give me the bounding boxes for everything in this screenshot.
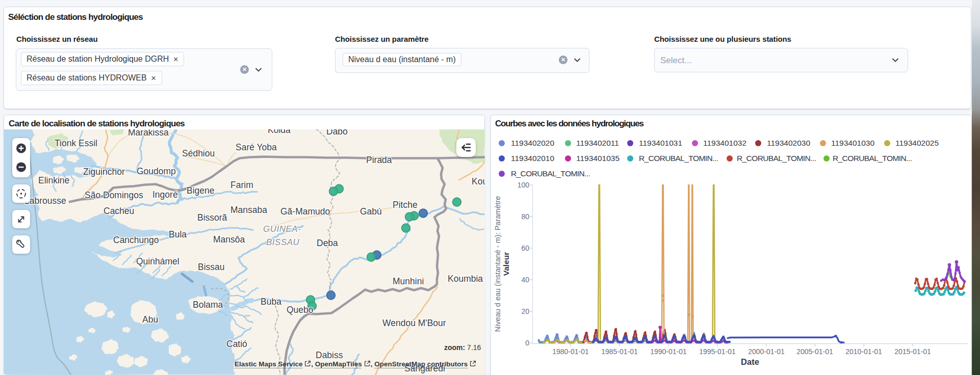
svg-text:Abu: Abu [142, 314, 158, 325]
svg-text:Labrousse: Labrousse [24, 196, 66, 206]
svg-text:Bula: Bula [169, 229, 187, 239]
svg-text:Marakissa: Marakissa [128, 129, 169, 138]
svg-text:São Domingos: São Domingos [85, 190, 143, 200]
svg-text:Kou: Kou [472, 176, 485, 186]
svg-text:Koumbia: Koumbia [448, 274, 483, 284]
svg-text:Bissau: Bissau [198, 262, 225, 272]
svg-text:Dabiss: Dabiss [316, 350, 343, 360]
svg-text:Ingoré: Ingoré [152, 190, 178, 200]
svg-text:Bissorã: Bissorã [197, 212, 227, 223]
svg-text:Gã-Mamudo: Gã-Mamudo [280, 206, 330, 217]
svg-text:Tionk Essil: Tionk Essil [55, 138, 97, 148]
svg-text:Sédhiou: Sédhiou [182, 148, 215, 158]
svg-text:Deba: Deba [317, 238, 338, 248]
svg-text:Elinkine: Elinkine [38, 175, 69, 185]
svg-text:Farim: Farim [230, 180, 253, 190]
svg-text:Goudomp: Goudomp [137, 166, 176, 176]
svg-text:Cacheu: Cacheu [104, 206, 134, 216]
svg-text:Bigene: Bigene [187, 185, 215, 196]
svg-text:Ziguinchor: Ziguinchor [83, 167, 125, 177]
svg-text:GUINEA-: GUINEA- [263, 224, 301, 234]
svg-text:Canchungo: Canchungo [113, 235, 159, 245]
svg-text:Kolda: Kolda [268, 129, 291, 135]
svg-text:Mansôa: Mansôa [213, 234, 245, 245]
svg-text:Bolama: Bolama [193, 300, 223, 310]
svg-text:Valeur: Valeur [502, 252, 510, 276]
svg-text:Quinhámel: Quinhámel [136, 256, 179, 266]
svg-text:Buba: Buba [261, 297, 281, 307]
svg-text:Saré Yoba: Saré Yoba [236, 142, 277, 152]
svg-text:Mansaba: Mansaba [230, 205, 267, 215]
svg-text:Munhini: Munhini [393, 276, 424, 286]
svg-text:Catió: Catió [226, 339, 247, 349]
svg-text:Gabú: Gabú [360, 206, 382, 217]
svg-text:Pirada: Pirada [366, 155, 392, 165]
svg-text:Wendou M'Bour: Wendou M'Bour [382, 318, 446, 328]
svg-text:Quebo: Quebo [287, 305, 314, 315]
svg-text:Niveau d eau (instantané - m):: Niveau d eau (instantané - m): Paramètre [494, 196, 502, 332]
svg-text:Dabo: Dabo [326, 129, 348, 137]
svg-text:Pitche: Pitche [393, 200, 418, 210]
svg-text:BISSAU: BISSAU [266, 237, 300, 247]
